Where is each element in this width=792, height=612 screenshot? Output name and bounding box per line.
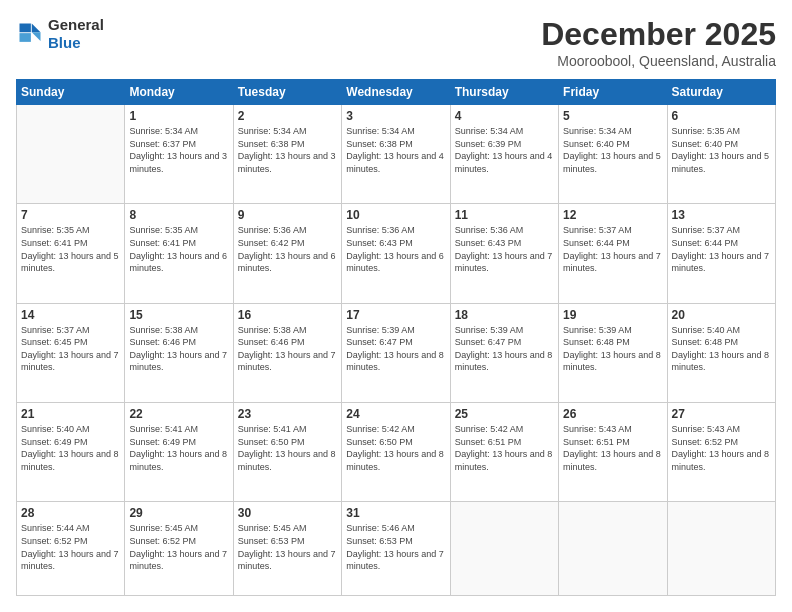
day-info: Sunrise: 5:40 AMSunset: 6:48 PMDaylight:… — [672, 325, 770, 373]
col-monday: Monday — [125, 80, 233, 105]
calendar-week-row: 14 Sunrise: 5:37 AMSunset: 6:45 PMDaylig… — [17, 303, 776, 402]
day-number: 25 — [455, 407, 554, 421]
logo: General Blue — [16, 16, 104, 52]
calendar-week-row: 7 Sunrise: 5:35 AMSunset: 6:41 PMDayligh… — [17, 204, 776, 303]
calendar-cell: 23 Sunrise: 5:41 AMSunset: 6:50 PMDaylig… — [233, 403, 341, 502]
day-number: 14 — [21, 308, 120, 322]
day-number: 27 — [672, 407, 771, 421]
day-number: 12 — [563, 208, 662, 222]
day-info: Sunrise: 5:41 AMSunset: 6:49 PMDaylight:… — [129, 424, 227, 472]
day-info: Sunrise: 5:39 AMSunset: 6:47 PMDaylight:… — [455, 325, 553, 373]
calendar-cell: 14 Sunrise: 5:37 AMSunset: 6:45 PMDaylig… — [17, 303, 125, 402]
day-info: Sunrise: 5:36 AMSunset: 6:43 PMDaylight:… — [346, 225, 444, 273]
calendar-cell — [17, 105, 125, 204]
col-tuesday: Tuesday — [233, 80, 341, 105]
calendar-cell — [559, 502, 667, 596]
calendar-week-row: 21 Sunrise: 5:40 AMSunset: 6:49 PMDaylig… — [17, 403, 776, 502]
day-number: 9 — [238, 208, 337, 222]
calendar-cell: 4 Sunrise: 5:34 AMSunset: 6:39 PMDayligh… — [450, 105, 558, 204]
calendar-week-row: 28 Sunrise: 5:44 AMSunset: 6:52 PMDaylig… — [17, 502, 776, 596]
calendar-cell: 16 Sunrise: 5:38 AMSunset: 6:46 PMDaylig… — [233, 303, 341, 402]
calendar-cell: 10 Sunrise: 5:36 AMSunset: 6:43 PMDaylig… — [342, 204, 450, 303]
day-info: Sunrise: 5:36 AMSunset: 6:43 PMDaylight:… — [455, 225, 553, 273]
calendar-cell: 19 Sunrise: 5:39 AMSunset: 6:48 PMDaylig… — [559, 303, 667, 402]
day-info: Sunrise: 5:46 AMSunset: 6:53 PMDaylight:… — [346, 523, 444, 571]
day-info: Sunrise: 5:35 AMSunset: 6:41 PMDaylight:… — [21, 225, 119, 273]
day-info: Sunrise: 5:34 AMSunset: 6:38 PMDaylight:… — [238, 126, 336, 174]
day-info: Sunrise: 5:45 AMSunset: 6:53 PMDaylight:… — [238, 523, 336, 571]
svg-marker-0 — [32, 24, 41, 33]
day-info: Sunrise: 5:37 AMSunset: 6:45 PMDaylight:… — [21, 325, 119, 373]
svg-marker-1 — [32, 32, 41, 41]
calendar-cell: 28 Sunrise: 5:44 AMSunset: 6:52 PMDaylig… — [17, 502, 125, 596]
calendar-cell: 9 Sunrise: 5:36 AMSunset: 6:42 PMDayligh… — [233, 204, 341, 303]
calendar-cell: 21 Sunrise: 5:40 AMSunset: 6:49 PMDaylig… — [17, 403, 125, 502]
day-number: 30 — [238, 506, 337, 520]
calendar-cell: 15 Sunrise: 5:38 AMSunset: 6:46 PMDaylig… — [125, 303, 233, 402]
calendar-cell: 25 Sunrise: 5:42 AMSunset: 6:51 PMDaylig… — [450, 403, 558, 502]
calendar-cell: 20 Sunrise: 5:40 AMSunset: 6:48 PMDaylig… — [667, 303, 775, 402]
col-sunday: Sunday — [17, 80, 125, 105]
day-info: Sunrise: 5:40 AMSunset: 6:49 PMDaylight:… — [21, 424, 119, 472]
col-thursday: Thursday — [450, 80, 558, 105]
day-number: 21 — [21, 407, 120, 421]
day-number: 11 — [455, 208, 554, 222]
day-number: 4 — [455, 109, 554, 123]
main-title: December 2025 — [541, 16, 776, 53]
day-number: 1 — [129, 109, 228, 123]
day-number: 20 — [672, 308, 771, 322]
day-info: Sunrise: 5:42 AMSunset: 6:50 PMDaylight:… — [346, 424, 444, 472]
day-info: Sunrise: 5:39 AMSunset: 6:48 PMDaylight:… — [563, 325, 661, 373]
calendar-cell: 26 Sunrise: 5:43 AMSunset: 6:51 PMDaylig… — [559, 403, 667, 502]
calendar-cell: 24 Sunrise: 5:42 AMSunset: 6:50 PMDaylig… — [342, 403, 450, 502]
day-info: Sunrise: 5:39 AMSunset: 6:47 PMDaylight:… — [346, 325, 444, 373]
logo-icon — [16, 20, 44, 48]
svg-rect-2 — [20, 24, 31, 33]
day-number: 22 — [129, 407, 228, 421]
day-info: Sunrise: 5:35 AMSunset: 6:40 PMDaylight:… — [672, 126, 770, 174]
calendar-cell: 29 Sunrise: 5:45 AMSunset: 6:52 PMDaylig… — [125, 502, 233, 596]
logo-line1: General — [48, 16, 104, 34]
calendar-cell — [450, 502, 558, 596]
calendar-cell — [667, 502, 775, 596]
calendar-cell: 6 Sunrise: 5:35 AMSunset: 6:40 PMDayligh… — [667, 105, 775, 204]
day-number: 19 — [563, 308, 662, 322]
header: General Blue December 2025 Mooroobool, Q… — [16, 16, 776, 69]
day-info: Sunrise: 5:44 AMSunset: 6:52 PMDaylight:… — [21, 523, 119, 571]
calendar-cell: 12 Sunrise: 5:37 AMSunset: 6:44 PMDaylig… — [559, 204, 667, 303]
logo-line2: Blue — [48, 34, 104, 52]
calendar-cell: 5 Sunrise: 5:34 AMSunset: 6:40 PMDayligh… — [559, 105, 667, 204]
day-info: Sunrise: 5:37 AMSunset: 6:44 PMDaylight:… — [563, 225, 661, 273]
day-number: 8 — [129, 208, 228, 222]
col-wednesday: Wednesday — [342, 80, 450, 105]
day-info: Sunrise: 5:43 AMSunset: 6:52 PMDaylight:… — [672, 424, 770, 472]
day-number: 7 — [21, 208, 120, 222]
day-info: Sunrise: 5:38 AMSunset: 6:46 PMDaylight:… — [129, 325, 227, 373]
logo-text: General Blue — [48, 16, 104, 52]
svg-rect-3 — [20, 33, 31, 42]
day-info: Sunrise: 5:43 AMSunset: 6:51 PMDaylight:… — [563, 424, 661, 472]
day-info: Sunrise: 5:45 AMSunset: 6:52 PMDaylight:… — [129, 523, 227, 571]
day-number: 3 — [346, 109, 445, 123]
calendar-cell: 2 Sunrise: 5:34 AMSunset: 6:38 PMDayligh… — [233, 105, 341, 204]
day-number: 28 — [21, 506, 120, 520]
calendar-cell: 1 Sunrise: 5:34 AMSunset: 6:37 PMDayligh… — [125, 105, 233, 204]
calendar-cell: 30 Sunrise: 5:45 AMSunset: 6:53 PMDaylig… — [233, 502, 341, 596]
day-info: Sunrise: 5:34 AMSunset: 6:37 PMDaylight:… — [129, 126, 227, 174]
day-number: 29 — [129, 506, 228, 520]
day-number: 24 — [346, 407, 445, 421]
calendar-cell: 7 Sunrise: 5:35 AMSunset: 6:41 PMDayligh… — [17, 204, 125, 303]
day-number: 6 — [672, 109, 771, 123]
calendar-cell: 27 Sunrise: 5:43 AMSunset: 6:52 PMDaylig… — [667, 403, 775, 502]
calendar-cell: 11 Sunrise: 5:36 AMSunset: 6:43 PMDaylig… — [450, 204, 558, 303]
calendar-cell: 13 Sunrise: 5:37 AMSunset: 6:44 PMDaylig… — [667, 204, 775, 303]
day-number: 15 — [129, 308, 228, 322]
day-number: 16 — [238, 308, 337, 322]
day-number: 26 — [563, 407, 662, 421]
day-info: Sunrise: 5:35 AMSunset: 6:41 PMDaylight:… — [129, 225, 227, 273]
day-number: 31 — [346, 506, 445, 520]
calendar-cell: 17 Sunrise: 5:39 AMSunset: 6:47 PMDaylig… — [342, 303, 450, 402]
calendar-cell: 18 Sunrise: 5:39 AMSunset: 6:47 PMDaylig… — [450, 303, 558, 402]
day-number: 23 — [238, 407, 337, 421]
day-info: Sunrise: 5:34 AMSunset: 6:40 PMDaylight:… — [563, 126, 661, 174]
